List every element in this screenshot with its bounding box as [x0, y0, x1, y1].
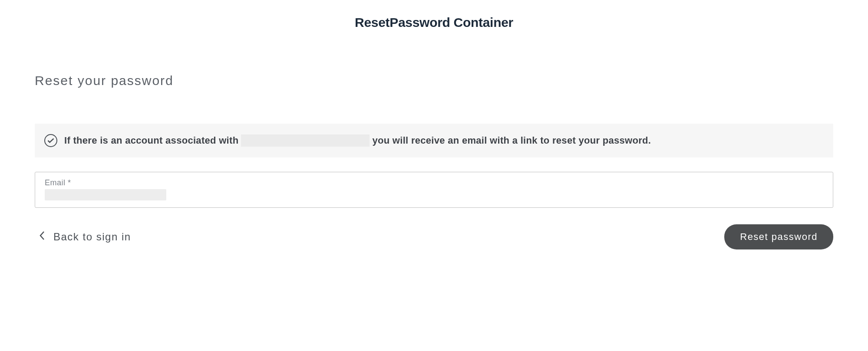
- section-title: Reset your password: [35, 73, 833, 88]
- check-circle-icon: [44, 134, 57, 147]
- back-to-sign-in-link[interactable]: Back to sign in: [39, 231, 131, 243]
- notice-suffix: you will receive an email with a link to…: [372, 135, 651, 146]
- page-title: ResetPassword Container: [35, 15, 833, 30]
- notice-prefix: If there is an account associated with: [64, 135, 238, 146]
- back-link-label: Back to sign in: [53, 231, 131, 243]
- chevron-left-icon: [39, 231, 45, 243]
- reset-password-container: ResetPassword Container Reset your passw…: [0, 15, 868, 249]
- success-notice: If there is an account associated with y…: [35, 124, 833, 157]
- email-input-group[interactable]: Email *: [35, 172, 833, 208]
- redacted-email: [241, 134, 370, 147]
- reset-password-button[interactable]: Reset password: [724, 224, 833, 249]
- notice-text: If there is an account associated with y…: [64, 134, 651, 147]
- actions-row: Back to sign in Reset password: [35, 224, 833, 249]
- email-label: Email *: [45, 178, 823, 187]
